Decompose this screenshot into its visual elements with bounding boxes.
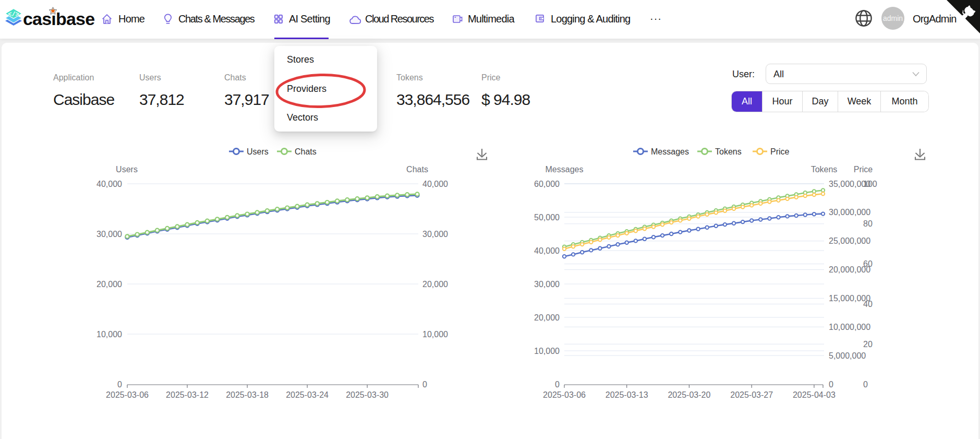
svg-text:2025-03-06: 2025-03-06 [543,390,586,399]
svg-text:10,000: 10,000 [96,330,122,339]
svg-text:Users: Users [247,147,269,156]
svg-text:Messages: Messages [651,147,689,156]
svg-text:2025-03-13: 2025-03-13 [606,390,648,399]
svg-text:30,000: 30,000 [422,230,448,239]
svg-text:5,000,000: 5,000,000 [829,351,866,360]
svg-text:50,000: 50,000 [534,213,560,222]
svg-text:2025-03-30: 2025-03-30 [346,390,389,399]
svg-text:30,000: 30,000 [534,280,560,289]
svg-text:0: 0 [863,380,868,389]
svg-text:Price: Price [770,147,790,156]
svg-text:2025-04-03: 2025-04-03 [793,390,836,399]
svg-text:10,000: 10,000 [422,330,448,339]
svg-text:30,000: 30,000 [96,230,122,239]
svg-text:2025-03-12: 2025-03-12 [166,390,209,399]
svg-text:10,000: 10,000 [534,347,560,355]
svg-text:Chats: Chats [295,147,317,156]
svg-text:0: 0 [829,380,833,389]
svg-text:40,000: 40,000 [422,180,448,188]
svg-text:20: 20 [863,340,873,349]
svg-text:0: 0 [117,380,122,389]
svg-text:Users: Users [116,165,138,174]
svg-text:Tokens: Tokens [811,165,838,174]
svg-text:30,000,000: 30,000,000 [829,208,870,217]
svg-text:2025-03-24: 2025-03-24 [286,390,329,399]
svg-text:40,000: 40,000 [96,180,122,188]
svg-text:0: 0 [555,380,560,389]
svg-text:Tokens: Tokens [715,147,742,156]
svg-text:80: 80 [863,219,873,228]
svg-text:Chats: Chats [406,165,428,174]
svg-text:2025-03-27: 2025-03-27 [730,390,773,399]
svg-text:100: 100 [863,180,877,188]
svg-text:40,000: 40,000 [534,246,560,255]
svg-text:60,000: 60,000 [534,180,560,188]
svg-text:60: 60 [863,259,873,268]
svg-text:2025-03-06: 2025-03-06 [106,390,149,399]
svg-text:10,000,000: 10,000,000 [829,323,870,331]
svg-text:20,000: 20,000 [96,280,122,289]
svg-text:20,000: 20,000 [534,313,560,322]
svg-text:2025-03-20: 2025-03-20 [668,390,710,399]
svg-text:0: 0 [422,380,427,389]
svg-text:20,000: 20,000 [422,280,448,289]
svg-text:40: 40 [863,300,873,309]
svg-text:2025-03-18: 2025-03-18 [226,390,269,399]
svg-text:Price: Price [854,165,873,174]
svg-text:25,000,000: 25,000,000 [829,236,870,245]
svg-text:Messages: Messages [546,165,584,174]
